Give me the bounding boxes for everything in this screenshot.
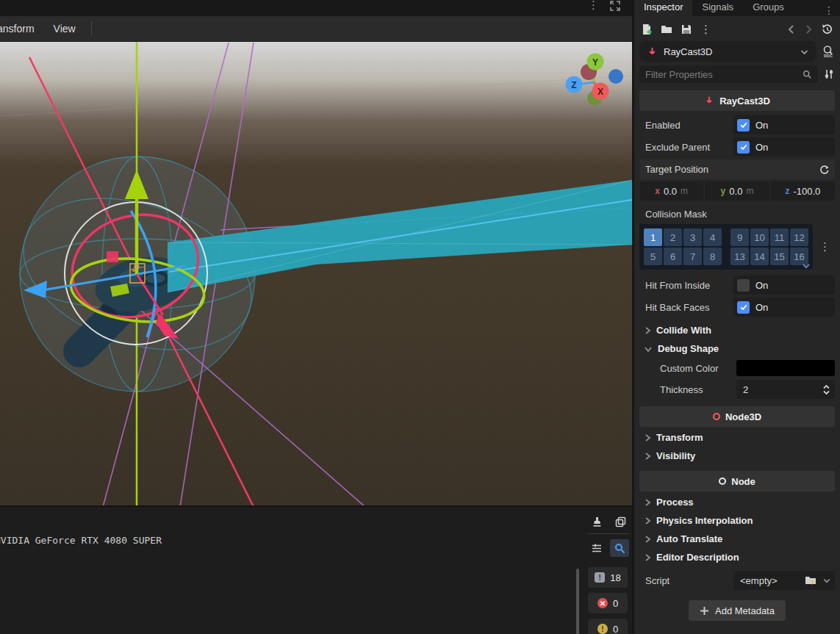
raycast3d-node-icon (704, 96, 714, 106)
mask-expand-chevron-icon[interactable] (802, 262, 811, 270)
mask-bit-4[interactable]: 4 (703, 228, 722, 246)
revert-icon[interactable] (819, 164, 835, 175)
axis-ball-neg-z[interactable] (609, 69, 623, 84)
section-header-raycast3d[interactable]: RayCast3D (639, 90, 835, 111)
inspector-toolbar: ⋮ (634, 20, 840, 38)
plane-handle-pink[interactable] (107, 251, 118, 262)
new-resource-icon[interactable] (641, 24, 653, 35)
mask-bit-10[interactable]: 10 (750, 228, 769, 246)
category-bar-node3d[interactable]: Node3D (639, 406, 835, 427)
messages-count-badge[interactable]: ! 18 (588, 567, 628, 588)
mask-bit-8[interactable]: 8 (703, 248, 722, 265)
group-collide-with[interactable]: Collide With (639, 321, 835, 339)
script-value[interactable]: <empty> (737, 575, 799, 586)
menubar-separator (91, 21, 92, 36)
viewport-menu-kebab-icon[interactable]: ⋮ (588, 0, 599, 10)
output-scrollbar[interactable] (576, 569, 579, 634)
chevron-right-icon (644, 433, 651, 442)
node-selector-dropdown[interactable]: RayCast3D (639, 41, 816, 62)
group-debug-shape[interactable]: Debug Shape (639, 339, 835, 358)
viewport-menubar: ansform View (0, 16, 632, 42)
object-history-icon[interactable] (821, 23, 833, 35)
mask-bit-2[interactable]: 2 (664, 228, 682, 246)
hit-back-faces-checkbox[interactable] (737, 301, 750, 314)
property-row-script: Script <empty> (639, 569, 835, 591)
chevron-right-icon (644, 452, 651, 461)
svg-text:DOC: DOC (824, 54, 833, 58)
filter-properties-input[interactable]: Filter Properties (639, 65, 818, 83)
group-visibility[interactable]: Visibility (639, 447, 835, 465)
chevron-right-icon (644, 553, 651, 562)
chevron-right-icon (644, 535, 651, 544)
chevron-down-icon (800, 47, 809, 57)
history-forward-icon[interactable] (804, 24, 813, 35)
dock-menu-kebab-icon[interactable]: ⋮ (824, 2, 840, 16)
group-process[interactable]: Process (639, 493, 835, 511)
custom-color-swatch[interactable] (736, 360, 835, 376)
clear-output-button[interactable] (588, 514, 606, 529)
warnings-icon: ! (597, 624, 608, 634)
errors-count-badge[interactable]: ✕ 0 (588, 593, 628, 613)
mask-bit-5[interactable]: 5 (644, 248, 662, 265)
mask-bit-12[interactable]: 12 (790, 228, 808, 246)
expand-viewport-icon[interactable] (610, 1, 620, 11)
group-transform[interactable]: Transform (639, 428, 835, 447)
quick-load-folder-icon[interactable] (805, 574, 816, 586)
dock-tabs: Inspector Signals Groups ⋮ (634, 0, 840, 16)
target-position-x-field[interactable]: x 0.0 m (639, 181, 703, 201)
enabled-checkbox[interactable] (737, 119, 750, 132)
history-back-icon[interactable] (787, 24, 796, 35)
mask-menu-kebab-icon[interactable]: ⋮ (819, 240, 830, 253)
property-row-enabled: Enabled On (639, 114, 835, 136)
raycast3d-node-icon (647, 46, 658, 57)
errors-icon: ✕ (597, 598, 608, 608)
mask-bit-9[interactable]: 9 (730, 228, 749, 246)
search-output-button[interactable] (610, 539, 629, 557)
mask-bit-13[interactable]: 13 (730, 248, 749, 265)
save-icon[interactable] (681, 24, 692, 35)
exclude-parent-checkbox[interactable] (737, 141, 750, 154)
warnings-count-badge[interactable]: ! 0 (588, 619, 628, 634)
category-bar-node[interactable]: Node (639, 471, 835, 491)
tab-inspector[interactable]: Inspector (634, 0, 692, 16)
mask-bit-14[interactable]: 14 (750, 248, 769, 265)
axis-ball-x[interactable]: X (592, 83, 609, 100)
mask-bit-7[interactable]: 7 (683, 248, 702, 265)
property-tools-icon[interactable] (823, 68, 835, 80)
spin-stepper-icon[interactable] (822, 384, 831, 395)
collision-mask-label: Collision Mask (639, 209, 733, 220)
mask-bit-6[interactable]: 6 (664, 248, 682, 265)
property-row-hit-back-faces: Hit Back Faces On (639, 296, 835, 318)
group-auto-translate[interactable]: Auto Translate (639, 530, 835, 548)
collapse-messages-button[interactable] (588, 541, 606, 555)
resource-menu-kebab-icon[interactable]: ⋮ (700, 23, 711, 36)
menu-transform[interactable]: ansform (0, 16, 44, 42)
mask-bit-3[interactable]: 3 (683, 228, 702, 246)
add-metadata-button[interactable]: Add Metadata (689, 600, 786, 621)
tab-groups[interactable]: Groups (743, 0, 794, 16)
tab-signals[interactable]: Signals (692, 0, 743, 16)
3d-viewport[interactable]: Y Z X (0, 42, 632, 505)
chevron-right-icon (644, 498, 651, 507)
property-row-custom-color: Custom Color (639, 358, 835, 378)
axis-ball-z[interactable]: Z (566, 76, 583, 93)
copy-output-button[interactable] (611, 514, 629, 529)
target-position-y-field[interactable]: y 0.0 m (703, 181, 769, 201)
output-panel: NVIDIA GeForce RTX 4080 SUPER ! 18 ✕ 0 !… (0, 505, 632, 634)
target-position-z-field[interactable]: z -100.0 (769, 181, 835, 201)
group-physics-interpolation[interactable]: Physics Interpolation (639, 511, 835, 530)
mask-bit-11[interactable]: 11 (770, 228, 789, 246)
open-documentation-icon[interactable]: DOC (822, 45, 835, 58)
filter-row: Filter Properties (634, 65, 840, 83)
mask-bit-1[interactable]: 1 (644, 228, 662, 246)
group-editor-description[interactable]: Editor Description (639, 548, 835, 566)
inspector-panel: Inspector Signals Groups ⋮ ⋮ (632, 0, 840, 634)
menu-view[interactable]: View (44, 16, 85, 42)
hit-from-inside-checkbox[interactable] (737, 279, 750, 292)
mask-bit-15[interactable]: 15 (770, 248, 789, 265)
node-selector-row: RayCast3D DOC (634, 41, 840, 62)
load-resource-folder-icon[interactable] (661, 24, 672, 35)
collision-mask-editor: 1 2 3 4 9 10 11 12 5 6 7 8 13 (639, 224, 835, 270)
axis-ball-y[interactable]: Y (587, 54, 604, 71)
chevron-down-icon[interactable] (822, 576, 831, 585)
